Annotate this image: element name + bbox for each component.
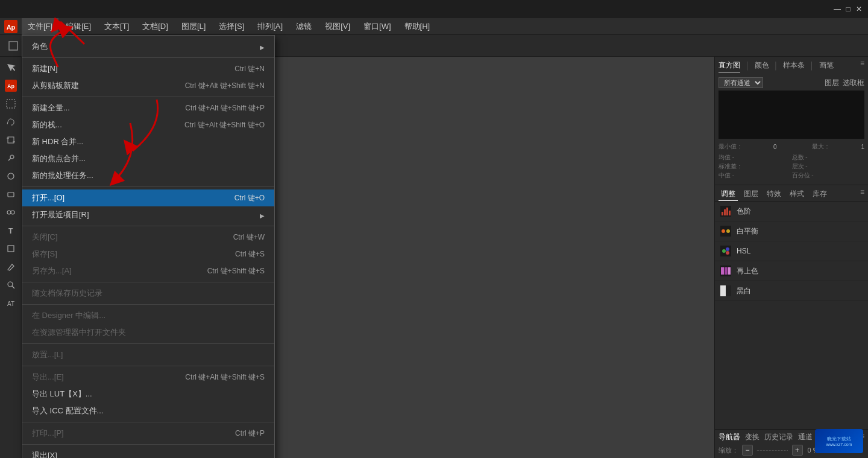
menu-item-new-all[interactable]: 新建全量... Ctrl 键+Alt 键+Shift 键+P xyxy=(22,100,274,116)
shortcut-new-clipboard: Ctrl 键+Alt 键+Shift 键+N xyxy=(185,81,265,91)
menu-item-new-stack[interactable]: 新的栈... Ctrl 键+Alt 键+Shift 键+O xyxy=(22,116,274,133)
shortcut-close: Ctrl 键+W xyxy=(233,232,265,243)
menu-item-new-focus[interactable]: 新的焦点合并... xyxy=(22,150,274,167)
menu-item-print: 打印...[P] Ctrl 键+P xyxy=(22,425,274,442)
menu-item-role[interactable]: 角色 xyxy=(22,38,274,55)
menu-item-open-recent[interactable]: 打开最近项目[R] xyxy=(22,206,274,223)
menu-section-role: 角色 xyxy=(22,36,274,58)
menu-section-place: 放置...[L] xyxy=(22,344,274,366)
file-dropdown-menu: 角色 新建[N] Ctrl 键+N 从剪贴板新建 Ctrl 键+Alt 键+Sh… xyxy=(22,35,275,458)
shortcut-save: Ctrl 键+S xyxy=(235,249,265,259)
menu-item-export: 导出...[E] Ctrl 键+Alt 键+Shift 键+S xyxy=(22,369,274,386)
menu-item-export-lut[interactable]: 导出 LUT【X】... xyxy=(22,386,274,402)
menu-item-exit[interactable]: 退出[X] xyxy=(22,447,274,458)
menu-item-explorer: 在资源管理器中打开文件夹 xyxy=(22,324,274,341)
menu-item-new-clipboard[interactable]: 从剪贴板新建 Ctrl 键+Alt 键+Shift 键+N xyxy=(22,77,274,94)
shortcut-print: Ctrl 键+P xyxy=(235,428,265,439)
menu-item-import-icc[interactable]: 导入 ICC 配置文件... xyxy=(22,402,274,419)
menu-section-new: 新建[N] Ctrl 键+N 从剪贴板新建 Ctrl 键+Alt 键+Shift… xyxy=(22,58,274,97)
open-recent-arrow xyxy=(260,211,265,220)
shortcut-new: Ctrl 键+N xyxy=(234,64,265,74)
shortcut-save-as: Ctrl 键+Shift 键+S xyxy=(207,266,265,276)
menu-item-new[interactable]: 新建[N] Ctrl 键+N xyxy=(22,60,274,77)
menu-section-designer: 在 Designer 中编辑... 在资源管理器中打开文件夹 xyxy=(22,305,274,344)
menu-item-place: 放置...[L] xyxy=(22,346,274,363)
menu-item-save: 保存[S] Ctrl 键+S xyxy=(22,246,274,262)
menu-section-history: 随文档保存历史记录 xyxy=(22,282,274,305)
menu-item-save-as: 另存为...[A] Ctrl 键+Shift 键+S xyxy=(22,262,274,279)
menu-item-designer: 在 Designer 中编辑... xyxy=(22,307,274,324)
menu-item-save-history: 随文档保存历史记录 xyxy=(22,285,274,302)
shortcut-new-all: Ctrl 键+Alt 键+Shift 键+P xyxy=(185,103,265,113)
dropdown-overlay: 角色 新建[N] Ctrl 键+N 从剪贴板新建 Ctrl 键+Alt 键+Sh… xyxy=(0,0,868,458)
menu-section-open: 打开...[O] Ctrl 键+O 打开最近项目[R] xyxy=(22,187,274,226)
menu-section-new-variants: 新建全量... Ctrl 键+Alt 键+Shift 键+P 新的栈... Ct… xyxy=(22,97,274,187)
shortcut-open: Ctrl 键+O xyxy=(234,193,265,203)
role-submenu-arrow xyxy=(260,42,265,51)
menu-item-open[interactable]: 打开...[O] Ctrl 键+O xyxy=(22,189,274,206)
menu-item-new-batch[interactable]: 新的批处理任务... xyxy=(22,167,274,184)
menu-item-close: 关闭[C] Ctrl 键+W xyxy=(22,229,274,246)
menu-section-save: 关闭[C] Ctrl 键+W 保存[S] Ctrl 键+S 另存为...[A] … xyxy=(22,226,274,282)
menu-item-new-hdr[interactable]: 新 HDR 合并... xyxy=(22,133,274,150)
menu-section-print: 打印...[P] Ctrl 键+P xyxy=(22,422,274,445)
menu-section-export: 导出...[E] Ctrl 键+Alt 键+Shift 键+S 导出 LUT【X… xyxy=(22,366,274,422)
menu-section-exit: 退出[X] xyxy=(22,445,274,458)
shortcut-export: Ctrl 键+Alt 键+Shift 键+S xyxy=(185,372,265,383)
shortcut-new-stack: Ctrl 键+Alt 键+Shift 键+O xyxy=(184,120,265,130)
